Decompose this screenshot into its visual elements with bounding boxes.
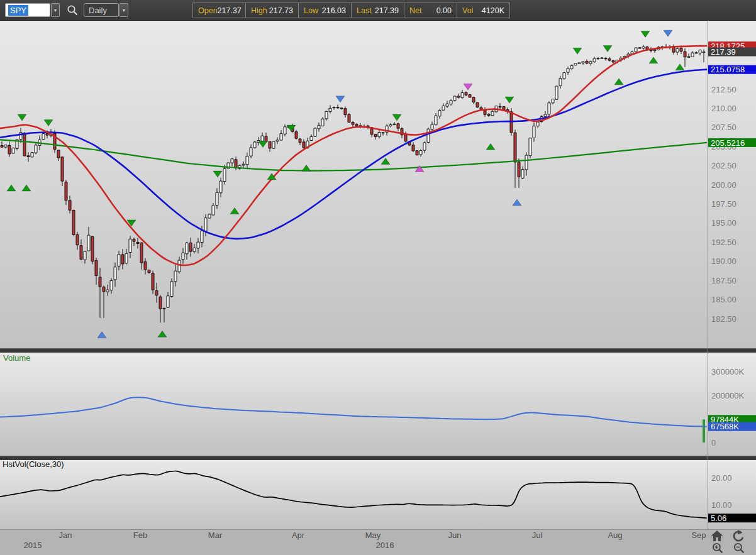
svg-text:190.00: 190.00 bbox=[711, 256, 737, 266]
hstvol-panel-bg bbox=[0, 460, 756, 529]
year-label: 2015 bbox=[24, 541, 42, 550]
svg-text:67568K: 67568K bbox=[711, 422, 739, 431]
chart-nav-toolbar bbox=[709, 529, 751, 554]
home-icon[interactable] bbox=[709, 530, 725, 542]
svg-text:200000K: 200000K bbox=[711, 391, 744, 400]
zoom-in-icon[interactable] bbox=[712, 542, 723, 554]
svg-text:200.00: 200.00 bbox=[711, 180, 737, 190]
svg-text:187.50: 187.50 bbox=[711, 276, 737, 285]
svg-text:5.06: 5.06 bbox=[711, 514, 726, 523]
hstvol-panel-label: HstVol(Close,30) bbox=[3, 459, 64, 469]
quote-strip: Open 217.37 High 217.73 Low 216.03 Last … bbox=[193, 3, 510, 18]
svg-text:217.39: 217.39 bbox=[711, 47, 736, 57]
month-label: Sep bbox=[691, 530, 706, 540]
svg-text:202.50: 202.50 bbox=[711, 161, 737, 170]
month-label: Aug bbox=[608, 530, 622, 540]
month-label: Feb bbox=[133, 530, 147, 540]
svg-text:182.50: 182.50 bbox=[711, 314, 737, 324]
month-label: Apr bbox=[292, 530, 305, 540]
panel-splitter[interactable] bbox=[0, 456, 756, 460]
quote-low: Low 216.03 bbox=[298, 3, 352, 18]
symbol-dropdown-arrow[interactable]: ▼ bbox=[51, 3, 60, 17]
year-label: 2016 bbox=[376, 541, 394, 550]
quote-open-value: 217.37 bbox=[218, 6, 242, 15]
month-label: Jul bbox=[532, 530, 543, 540]
charting-app: SPY ▼ Daily ▼ Open 217.37 High 217.73 Lo… bbox=[0, 0, 756, 555]
undo-icon[interactable] bbox=[731, 530, 745, 542]
month-label: Jun bbox=[448, 530, 462, 540]
quote-low-label: Low bbox=[304, 6, 318, 15]
chart-canvas[interactable]: 217.50215.00212.50210.00207.50205.00202.… bbox=[0, 21, 756, 555]
svg-text:197.50: 197.50 bbox=[711, 199, 737, 209]
period-dropdown-arrow[interactable]: ▼ bbox=[120, 3, 128, 17]
quote-high-value: 217.73 bbox=[269, 6, 293, 15]
quote-low-value: 216.03 bbox=[322, 6, 346, 15]
quote-net-label: Net bbox=[409, 6, 421, 15]
quote-vol-value: 4120K bbox=[482, 6, 504, 15]
svg-text:210.00: 210.00 bbox=[711, 104, 737, 113]
zoom-out-icon[interactable] bbox=[733, 542, 745, 554]
quote-high-label: High bbox=[251, 6, 267, 15]
panel-splitter[interactable] bbox=[0, 348, 756, 353]
svg-text:215.0758: 215.0758 bbox=[711, 65, 745, 74]
svg-text:195.00: 195.00 bbox=[711, 218, 737, 228]
quote-last-label: Last bbox=[357, 6, 372, 15]
svg-text:205.5216: 205.5216 bbox=[711, 138, 745, 148]
svg-text:10.00: 10.00 bbox=[711, 500, 732, 510]
symbol-input[interactable]: SPY bbox=[5, 3, 50, 17]
toolbar: SPY ▼ Daily ▼ Open 217.37 High 217.73 Lo… bbox=[0, 0, 756, 21]
symbol-text: SPY bbox=[8, 5, 28, 16]
quote-high: High 217.73 bbox=[245, 3, 299, 18]
svg-text:185.00: 185.00 bbox=[711, 295, 737, 304]
quote-vol-label: Vol bbox=[462, 6, 473, 15]
quote-last-value: 217.39 bbox=[375, 6, 399, 15]
volume-panel-label: Volume bbox=[3, 353, 30, 363]
svg-text:212.50: 212.50 bbox=[711, 85, 737, 94]
month-label: May bbox=[365, 530, 381, 540]
quote-open-label: Open bbox=[198, 6, 218, 15]
svg-text:192.50: 192.50 bbox=[711, 238, 737, 247]
svg-text:0: 0 bbox=[711, 438, 716, 448]
symbol-search-button[interactable] bbox=[65, 4, 79, 17]
price-panel-bg bbox=[0, 21, 756, 348]
svg-text:20.00: 20.00 bbox=[711, 473, 732, 483]
quote-last: Last 217.39 bbox=[351, 3, 404, 18]
quote-open: Open 217.37 bbox=[192, 3, 246, 18]
quote-vol: Vol 4120K bbox=[457, 3, 510, 18]
search-icon bbox=[67, 4, 79, 16]
quote-net: Net 0.00 bbox=[404, 3, 457, 18]
period-select[interactable]: Daily bbox=[84, 3, 119, 17]
month-label: Jan bbox=[59, 530, 72, 540]
quote-net-value: 0.00 bbox=[436, 6, 452, 15]
period-text: Daily bbox=[89, 6, 107, 15]
month-label: Mar bbox=[208, 530, 223, 540]
svg-text:207.50: 207.50 bbox=[711, 123, 737, 132]
svg-text:300000K: 300000K bbox=[711, 367, 744, 376]
